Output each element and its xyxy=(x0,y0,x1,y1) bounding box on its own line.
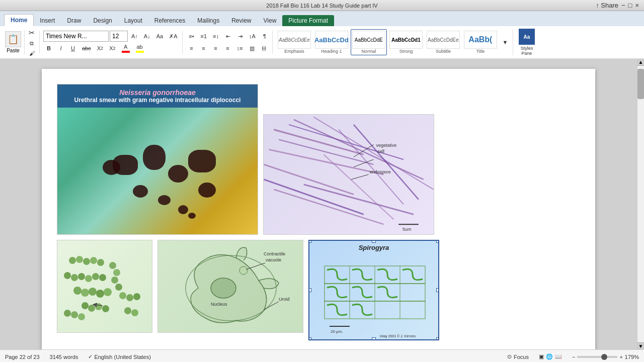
styles-pane-button[interactable]: Aa StylesPane xyxy=(515,28,539,57)
handle-tl[interactable] xyxy=(308,240,311,243)
vertical-scrollbar[interactable]: ▲ ▼ xyxy=(637,59,644,349)
tab-mailings[interactable]: Mailings xyxy=(191,15,225,26)
tab-references[interactable]: References xyxy=(148,15,191,26)
bacillus-image[interactable]: vegetative cell endospore 5um xyxy=(263,114,434,235)
highlight-button[interactable]: ab xyxy=(133,43,146,54)
handle-ml[interactable] xyxy=(308,288,311,292)
svg-point-22 xyxy=(76,256,83,263)
view-mode-buttons: ▣ 🌐 📖 xyxy=(539,353,562,360)
svg-point-24 xyxy=(90,257,97,264)
handle-tr[interactable] xyxy=(436,240,439,243)
style-title[interactable]: AaBb( Title xyxy=(462,29,499,55)
handle-br[interactable] xyxy=(436,337,439,340)
svg-point-41 xyxy=(109,262,116,269)
cyanobacteria-image[interactable] xyxy=(57,240,152,333)
handle-bm[interactable] xyxy=(372,337,376,340)
align-left-button[interactable]: ≡ xyxy=(186,43,197,54)
amoeba-image[interactable]: Contractile vacuole Nucleus Uroid xyxy=(157,240,303,333)
scroll-thumb[interactable] xyxy=(637,69,644,99)
svg-point-23 xyxy=(83,258,90,265)
copy-button[interactable]: ⧉ xyxy=(26,39,37,48)
align-right-button[interactable]: ≡ xyxy=(210,43,221,54)
italic-button[interactable]: I xyxy=(55,43,66,54)
multilevel-list-button[interactable]: ≡↕ xyxy=(210,31,221,42)
svg-point-51 xyxy=(71,311,78,318)
tab-review[interactable]: Review xyxy=(225,15,257,26)
style-subtitle[interactable]: AaBbCcDdEe Subtitle xyxy=(425,29,461,55)
handle-mr[interactable] xyxy=(436,288,439,292)
cut-button[interactable]: ✂ xyxy=(26,27,37,38)
underline-button[interactable]: U xyxy=(67,43,78,54)
bold-button[interactable]: B xyxy=(43,43,54,54)
svg-line-3 xyxy=(289,125,404,159)
tab-draw[interactable]: Draw xyxy=(61,15,87,26)
toolbar-row1: 📋 Paste ✂ ⧉ 🖌 A↑ A↓ Aa ✗A B I U abc X2 X… xyxy=(0,26,644,59)
window-close[interactable]: × xyxy=(635,2,639,9)
spell-check-icon: ✓ xyxy=(88,353,93,360)
neisseria-image[interactable]: Neisseria gonorrhoeae Urethral smear wit… xyxy=(57,84,258,235)
tab-home[interactable]: Home xyxy=(4,14,34,26)
increase-font-button[interactable]: A↑ xyxy=(129,31,140,42)
focus-button[interactable]: ⊙ Focus xyxy=(507,353,529,360)
decrease-font-button[interactable]: A↓ xyxy=(141,31,153,42)
justify-button[interactable]: ≡ xyxy=(222,43,233,54)
font-color-button[interactable]: A xyxy=(119,43,132,54)
page-canvas[interactable]: Neisseria gonorrhoeae Urethral smear wit… xyxy=(0,59,637,349)
paste-button[interactable]: 📋 xyxy=(5,31,21,47)
numbering-button[interactable]: ≡1 xyxy=(198,31,210,42)
window-minimize[interactable]: − xyxy=(621,2,625,9)
style-emphasis[interactable]: AaBbCcDdEe Emphasis xyxy=(276,29,312,55)
zoom-in-button[interactable]: + xyxy=(619,354,622,360)
align-center-button[interactable]: ≡ xyxy=(198,43,209,54)
increase-indent-button[interactable]: ⇥ xyxy=(234,31,246,42)
share-button[interactable]: ↑ Share xyxy=(596,2,618,9)
svg-point-26 xyxy=(64,272,71,279)
show-marks-button[interactable]: ¶ xyxy=(259,31,270,42)
svg-text:vegetative: vegetative xyxy=(376,143,397,148)
zoom-slider[interactable] xyxy=(577,356,617,358)
svg-point-21 xyxy=(69,257,76,264)
subscript-button[interactable]: X2 xyxy=(95,43,106,54)
style-normal[interactable]: AaBbCcDdE Normal xyxy=(351,29,387,55)
style-strong[interactable]: AaBbCcDd1 Strong xyxy=(388,29,424,55)
tab-layout[interactable]: Layout xyxy=(118,15,148,26)
svg-text:Nucleus: Nucleus xyxy=(211,302,227,307)
format-painter-button[interactable]: 🖌 xyxy=(26,49,37,58)
strikethrough-button[interactable]: abc xyxy=(79,43,94,54)
decrease-indent-button[interactable]: ⇤ xyxy=(222,31,233,42)
svg-point-48 xyxy=(124,307,131,314)
scroll-down-button[interactable]: ▼ xyxy=(637,342,644,349)
tab-design[interactable]: Design xyxy=(87,15,118,26)
zoom-out-button[interactable]: − xyxy=(572,354,575,360)
neisseria-title: Neisseria gonorrhoeae xyxy=(62,88,253,97)
sort-button[interactable]: ↕A xyxy=(247,31,258,42)
web-layout-button[interactable]: 🌐 xyxy=(546,353,553,360)
superscript-button[interactable]: X2 xyxy=(107,43,118,54)
scroll-up-button[interactable]: ▲ xyxy=(637,59,644,66)
bullets-button[interactable]: ≡• xyxy=(186,31,197,42)
svg-line-5 xyxy=(294,120,424,179)
style-heading1[interactable]: AaBbCcDd Heading 1 xyxy=(313,29,350,55)
read-mode-button[interactable]: 📖 xyxy=(555,353,562,360)
shading-button[interactable]: ▥ xyxy=(247,43,258,54)
borders-button[interactable]: ⊟ xyxy=(259,43,270,54)
change-case-button[interactable]: Aa xyxy=(154,31,166,42)
svg-point-38 xyxy=(88,305,95,312)
tab-insert[interactable]: Insert xyxy=(34,15,61,26)
font-size-input[interactable] xyxy=(110,31,128,42)
zoom-controls: − + 179% xyxy=(572,354,639,360)
handle-bl[interactable] xyxy=(308,337,311,340)
window-maximize[interactable]: □ xyxy=(628,2,632,9)
clear-format-button[interactable]: ✗A xyxy=(167,31,180,42)
tab-picture-format[interactable]: Picture Format xyxy=(282,15,334,26)
tab-view[interactable]: View xyxy=(258,15,283,26)
print-layout-button[interactable]: ▣ xyxy=(539,353,544,360)
handle-tm[interactable] xyxy=(372,240,376,243)
styles-expand-button[interactable]: ▼ xyxy=(500,37,511,48)
svg-point-49 xyxy=(131,309,138,316)
font-name-input[interactable] xyxy=(43,31,109,42)
svg-point-46 xyxy=(126,294,133,301)
spirogyra-image[interactable]: Spirogyra xyxy=(308,240,439,340)
line-spacing-button[interactable]: ↕≡ xyxy=(234,43,246,54)
style-normal-label: Normal xyxy=(361,49,376,54)
